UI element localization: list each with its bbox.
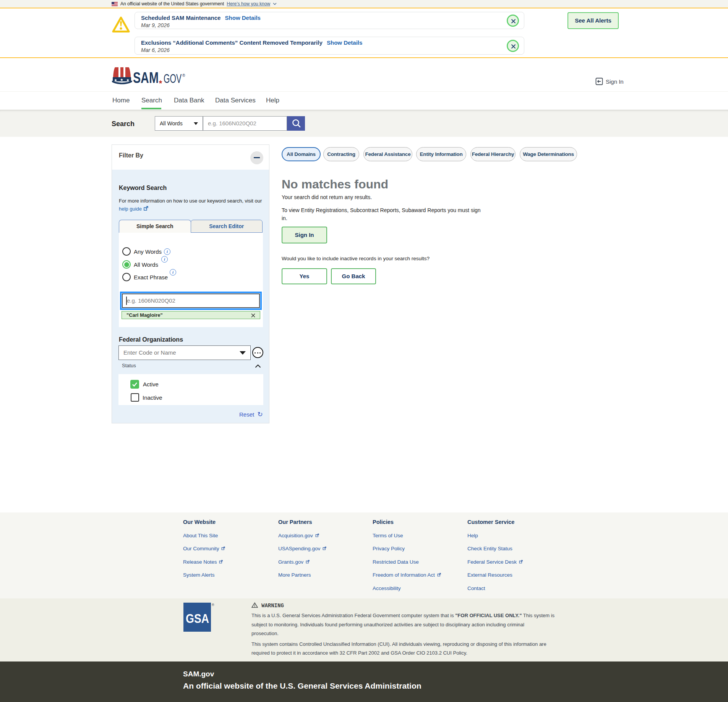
svg-text:GOV: GOV xyxy=(164,71,182,86)
svg-text:SAM: SAM xyxy=(133,69,159,86)
svg-text:®: ® xyxy=(212,603,214,607)
svg-text:®: ® xyxy=(182,73,185,78)
svg-text:GSA: GSA xyxy=(186,611,209,626)
